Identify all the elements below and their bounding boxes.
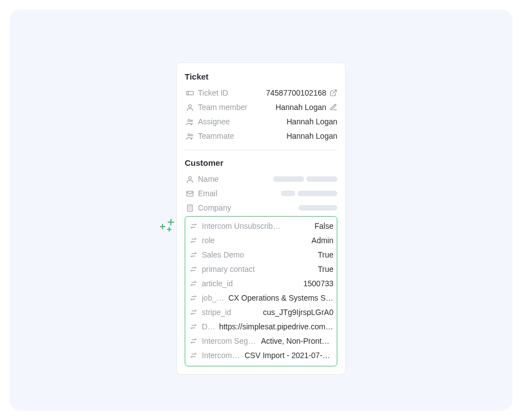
sync-icon [189,222,199,230]
svg-point-4 [191,120,192,122]
sync-icon [189,323,199,330]
synced-row: Intercom Unsubscribed Fro… False [189,219,333,233]
sync-icon [189,237,199,244]
synced-value: CSV Import - 2021-07-20 1… [244,348,333,363]
svg-point-6 [191,134,192,136]
svg-point-5 [187,134,190,136]
svg-point-3 [187,119,190,122]
synced-label: Intercom Segment [202,334,258,348]
details-card: Ticket Ticket ID 74587700102168 Team mem… [176,62,346,375]
sync-icon [189,351,199,359]
sync-icon [189,265,199,273]
svg-point-7 [189,176,191,179]
synced-label: stripe_id [202,305,231,319]
assignee-value: Hannah Logan [286,114,337,129]
team-member-row: Team member Hannah Logan [185,100,337,114]
synced-value: https://simplesat.pipedrive.com/deal… [219,319,333,334]
synced-value: CX Operations & Systems Specia… [228,291,333,305]
synced-value: True [318,262,333,276]
synced-row: article_id 1500733 [189,276,333,291]
svg-rect-0 [186,91,194,95]
synced-label: Intercom Tag [202,348,241,363]
synced-value: 1500733 [303,276,333,291]
mail-icon [185,190,195,198]
synced-attributes-highlight: Intercom Unsubscribed Fro… False role Ad… [185,216,337,366]
synced-label: Sales Demo [202,248,244,262]
synced-label: job_title [202,291,225,305]
customer-email-row: Email [185,186,337,201]
synced-value: False [315,219,333,233]
building-icon [185,204,195,212]
ticket-icon [185,89,195,97]
synced-label: Deal [202,319,216,334]
skeleton-placeholder [281,186,337,201]
customer-section-title: Customer [185,158,337,167]
synced-value: Admin [311,233,333,248]
synced-row: job_title CX Operations & Systems Specia… [189,291,333,305]
synced-label: Intercom Unsubscribed Fro… [202,219,285,233]
sync-icon [189,308,199,316]
user-icon [185,103,195,112]
section-divider [185,150,337,150]
user-icon [185,175,195,183]
assignee-label: Assignee [198,114,230,129]
ticket-id-value: 74587700102168 [266,86,326,100]
synced-label: role [202,233,215,248]
sync-icon [189,251,199,259]
canvas: Ticket Ticket ID 74587700102168 Team mem… [9,9,513,411]
external-link-icon[interactable] [330,89,337,97]
group-icon [185,118,195,126]
teammate-value: Hannah Logan [286,129,337,143]
teammate-label: Teammate [198,129,234,143]
synced-row: stripe_id cus_JTg9IjrspLGrA0 [189,305,333,319]
synced-value: cus_JTg9IjrspLGrA0 [263,305,333,319]
synced-value: Active, Non-Pronto cli… [261,334,333,348]
ticket-id-label: Ticket ID [198,86,228,100]
edit-icon[interactable] [330,103,337,111]
sync-icon [189,280,199,287]
team-member-value: Hannah Logan [275,100,326,114]
synced-row: primary contact True [189,262,333,276]
skeleton-placeholder [299,201,337,215]
synced-row: Sales Demo True [189,248,333,262]
customer-company-row: Company [185,201,337,215]
teammate-row: Teammate Hannah Logan [185,129,337,143]
assignee-row: Assignee Hannah Logan [185,114,337,129]
sync-icon [189,337,199,345]
group-icon [185,132,195,140]
synced-value: True [318,248,333,262]
customer-name-row: Name [185,172,337,186]
sparkle-icon [157,217,179,239]
ticket-section-title: Ticket [185,72,337,81]
ticket-id-row: Ticket ID 74587700102168 [185,86,337,100]
customer-email-label: Email [198,186,217,201]
synced-label: primary contact [202,262,255,276]
customer-company-label: Company [198,201,231,215]
svg-line-1 [333,90,336,93]
team-member-label: Team member [198,100,247,114]
synced-row: role Admin [189,233,333,248]
synced-label: article_id [202,276,233,291]
sync-icon [189,294,199,302]
skeleton-placeholder [273,172,337,186]
synced-row: Intercom Segment Active, Non-Pronto cli… [189,334,333,348]
synced-row: Deal https://simplesat.pipedrive.com/dea… [189,319,333,334]
svg-rect-9 [187,204,192,211]
customer-name-label: Name [198,172,218,186]
synced-row: Intercom Tag CSV Import - 2021-07-20 1… [189,348,333,363]
svg-point-2 [189,104,191,107]
